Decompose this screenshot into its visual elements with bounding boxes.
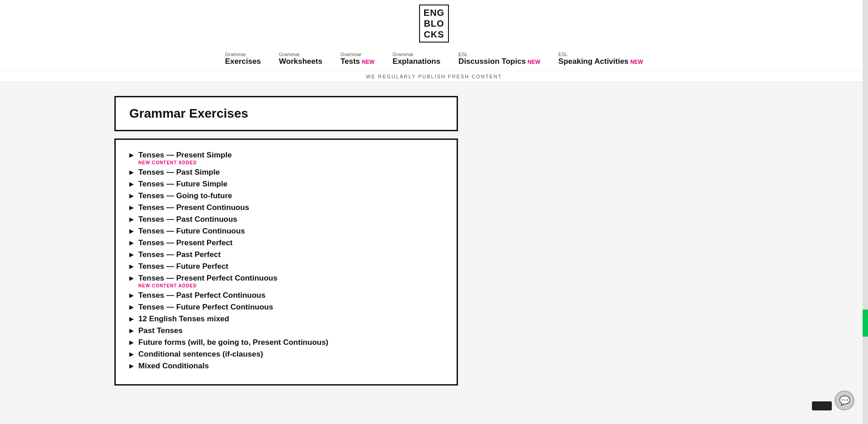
page-title-box: Grammar Exercises — [114, 96, 458, 131]
triangle-icon-future-perfect: ▶ — [129, 263, 134, 270]
triangle-icon-future-simple: ▶ — [129, 181, 134, 187]
list-item-text-future-continuous: Tenses — Future Continuous — [138, 227, 245, 236]
nav-item-grammar-explanations[interactable]: GrammarExplanations — [392, 52, 440, 66]
help-button[interactable]: 💬 — [835, 391, 854, 410]
triangle-icon-past-perfect-continuous: ▶ — [129, 292, 134, 299]
triangle-icon-past-tenses: ▶ — [129, 327, 134, 334]
list-item-past-continuous[interactable]: ▶Tenses — Past Continuous — [129, 215, 443, 224]
list-item-present-perfect-continuous[interactable]: ▶Tenses — Present Perfect ContinuousNEW … — [129, 274, 443, 288]
triangle-icon-present-simple: ▶ — [129, 152, 134, 158]
list-item-text-present-simple: Tenses — Present Simple — [138, 151, 232, 160]
nav-main-esl-speaking-activities: Speaking Activities — [558, 57, 628, 66]
triangle-icon-past-perfect: ▶ — [129, 251, 134, 258]
help-icon: 💬 — [839, 395, 850, 406]
list-item-text-present-perfect: Tenses — Present Perfect — [138, 238, 233, 248]
list-item-text-past-tenses: Past Tenses — [138, 326, 183, 335]
list-item-text-future-forms: Future forms (will, be going to, Present… — [138, 338, 328, 347]
list-item-future-forms[interactable]: ▶Future forms (will, be going to, Presen… — [129, 338, 443, 347]
list-item-text-future-perfect-continuous: Tenses — Future Perfect Continuous — [138, 303, 273, 312]
list-item-going-to-future[interactable]: ▶Tenses — Going to-future — [129, 191, 443, 200]
list-item-future-perfect[interactable]: ▶Tenses — Future Perfect — [129, 262, 443, 271]
logo-text: ENGBLOCKS — [419, 5, 449, 43]
site-logo[interactable]: ENGBLOCKS — [419, 5, 449, 43]
tagline: WE REGULARLY PUBLISH FRESH CONTENT — [0, 71, 868, 82]
list-item-present-perfect[interactable]: ▶Tenses — Present Perfect — [129, 238, 443, 248]
list-item-future-perfect-continuous[interactable]: ▶Tenses — Future Perfect Continuous — [129, 303, 443, 312]
nav-sub-grammar-explanations: Grammar — [392, 52, 413, 57]
main-content: Grammar Exercises ▶Tenses — Present Simp… — [114, 96, 458, 386]
list-item-text-past-perfect-continuous: Tenses — Past Perfect Continuous — [138, 291, 265, 300]
nav-item-grammar-worksheets[interactable]: GrammarWorksheets — [279, 52, 322, 66]
list-item-future-simple[interactable]: ▶Tenses — Future Simple — [129, 180, 443, 189]
triangle-icon-going-to-future: ▶ — [129, 192, 134, 199]
list-item-text-future-simple: Tenses — Future Simple — [138, 180, 227, 189]
nav-sub-grammar-worksheets: Grammar — [279, 52, 300, 57]
page-title: Grammar Exercises — [129, 106, 443, 121]
nav-main-grammar-explanations: Explanations — [392, 57, 440, 66]
list-item-past-perfect[interactable]: ▶Tenses — Past Perfect — [129, 250, 443, 259]
list-item-text-past-perfect: Tenses — Past Perfect — [138, 250, 221, 259]
list-item-mixed-conditionals[interactable]: ▶Mixed Conditionals — [129, 362, 443, 371]
scrollbar-thumb[interactable] — [863, 310, 868, 337]
nav-sub-esl-discussion-topics: ESL — [458, 52, 468, 57]
list-item-conditional-sentences[interactable]: ▶Conditional sentences (if-clauses) — [129, 350, 443, 359]
triangle-icon-present-continuous: ▶ — [129, 204, 134, 211]
nav-item-esl-discussion-topics[interactable]: ESLDiscussion TopicsNEW — [458, 52, 540, 66]
triangle-icon-future-perfect-continuous: ▶ — [129, 304, 134, 310]
list-item-text-mixed-conditionals: Mixed Conditionals — [138, 362, 209, 371]
nav-item-esl-speaking-activities[interactable]: ESLSpeaking ActivitiesNEW — [558, 52, 643, 66]
triangle-icon-future-continuous: ▶ — [129, 228, 134, 234]
list-item-text-conditional-sentences: Conditional sentences (if-clauses) — [138, 350, 263, 359]
triangle-icon-present-perfect: ▶ — [129, 239, 134, 246]
nav-new-badge-esl-discussion-topics: NEW — [528, 59, 540, 65]
list-item-text-past-continuous: Tenses — Past Continuous — [138, 215, 237, 224]
main-nav: GrammarExercisesGrammarWorksheetsGrammar… — [225, 47, 643, 71]
list-item-text-present-perfect-continuous: Tenses — Present Perfect Continuous — [138, 274, 278, 283]
nav-main-esl-discussion-topics: Discussion Topics — [458, 57, 526, 66]
nav-main-grammar-exercises: Exercises — [225, 57, 261, 66]
nav-new-badge-esl-speaking-activities: NEW — [630, 59, 643, 65]
list-item-text-going-to-future: Tenses — Going to-future — [138, 191, 232, 200]
triangle-icon-future-forms: ▶ — [129, 339, 134, 346]
minimize-button[interactable] — [812, 401, 832, 410]
list-item-future-continuous[interactable]: ▶Tenses — Future Continuous — [129, 227, 443, 236]
list-item-12-english-tenses-mixed[interactable]: ▶12 English Tenses mixed — [129, 314, 443, 324]
list-item-text-12-english-tenses-mixed: 12 English Tenses mixed — [138, 314, 229, 324]
list-box: ▶Tenses — Present SimpleNEW CONTENT ADDE… — [114, 138, 458, 386]
nav-item-grammar-tests[interactable]: GrammarTestsNEW — [340, 52, 374, 66]
list-item-past-tenses[interactable]: ▶Past Tenses — [129, 326, 443, 335]
triangle-icon-mixed-conditionals: ▶ — [129, 362, 134, 369]
triangle-icon-12-english-tenses-mixed: ▶ — [129, 315, 134, 322]
list-item-present-simple[interactable]: ▶Tenses — Present SimpleNEW CONTENT ADDE… — [129, 151, 443, 165]
nav-main-grammar-tests: Tests — [340, 57, 360, 66]
new-content-badge-present-simple: NEW CONTENT ADDED — [138, 160, 232, 165]
nav-sub-grammar-tests: Grammar — [340, 52, 361, 57]
nav-main-grammar-worksheets: Worksheets — [279, 57, 322, 66]
list-item-past-simple[interactable]: ▶Tenses — Past Simple — [129, 168, 443, 177]
triangle-icon-conditional-sentences: ▶ — [129, 351, 134, 357]
triangle-icon-past-simple: ▶ — [129, 169, 134, 176]
list-item-past-perfect-continuous[interactable]: ▶Tenses — Past Perfect Continuous — [129, 291, 443, 300]
nav-sub-esl-speaking-activities: ESL — [558, 52, 568, 57]
new-content-badge-present-perfect-continuous: NEW CONTENT ADDED — [138, 283, 278, 288]
triangle-icon-present-perfect-continuous: ▶ — [129, 275, 134, 281]
scrollbar-track[interactable] — [863, 0, 868, 424]
list-item-text-future-perfect: Tenses — Future Perfect — [138, 262, 228, 271]
list-item-present-continuous[interactable]: ▶Tenses — Present Continuous — [129, 203, 443, 212]
list-item-text-present-continuous: Tenses — Present Continuous — [138, 203, 249, 212]
nav-new-badge-grammar-tests: NEW — [362, 59, 374, 65]
nav-sub-grammar-exercises: Grammar — [225, 52, 246, 57]
nav-item-grammar-exercises[interactable]: GrammarExercises — [225, 52, 261, 66]
site-header: ENGBLOCKS GrammarExercisesGrammarWorkshe… — [0, 0, 868, 82]
list-item-text-past-simple: Tenses — Past Simple — [138, 168, 220, 177]
triangle-icon-past-continuous: ▶ — [129, 216, 134, 223]
